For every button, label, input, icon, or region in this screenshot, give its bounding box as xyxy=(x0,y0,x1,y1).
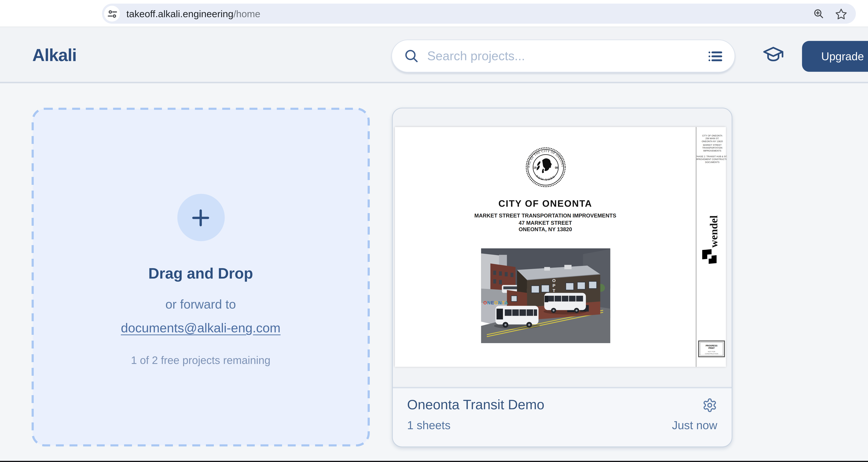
dropzone-quota: 1 of 2 free projects remaining xyxy=(131,354,271,366)
app-logo[interactable]: Alkali xyxy=(32,45,76,65)
search-icon xyxy=(404,49,419,63)
document-subtitle-line: 47 MARKET STREET xyxy=(474,219,616,226)
list-view-icon[interactable] xyxy=(708,50,722,62)
plus-icon xyxy=(190,206,212,228)
document-subtitle-line: ONEONTA, NY 13820 xyxy=(474,226,616,233)
strip-line: MARKET STREET xyxy=(703,144,721,146)
strip-line: IMPROVEMENT CONSTRUCTION xyxy=(696,158,727,160)
upgrade-button[interactable]: Upgrade xyxy=(802,41,868,72)
graduation-cap-icon[interactable] xyxy=(763,45,784,64)
card-divider xyxy=(393,387,732,388)
title-block-strip: CITY OF ONEONTA 258 MAIN ST. ONEONTA NY … xyxy=(696,127,726,367)
address-bar[interactable]: takeoff.alkali.engineering/home xyxy=(102,4,856,24)
document-title: CITY OF ONEONTA xyxy=(498,198,592,209)
dropzone-email-link[interactable]: documents@alkali-eng.com xyxy=(121,321,281,336)
project-title: Oneonta Transit Demo xyxy=(407,397,545,413)
url-text: takeoff.alkali.engineering/home xyxy=(126,8,260,19)
strip-line: TRANSPORTATION xyxy=(702,147,722,149)
settings-gear-icon[interactable] xyxy=(702,397,717,412)
dropzone-subtitle: or forward to xyxy=(165,297,236,312)
progress-print-stamp: PROGRESS PRINT NOT FOR CONSTRUCTION xyxy=(699,341,724,357)
project-search[interactable] xyxy=(391,39,735,72)
browser-bar: takeoff.alkali.engineering/home xyxy=(0,0,868,27)
app-header: Alkali Upgrade xyxy=(0,27,868,83)
strip-line: PHASE 2: TRANSIT HUB & SITE xyxy=(696,155,727,158)
main-content: Drag and Drop or forward to documents@al… xyxy=(0,83,868,462)
strip-line: ONEONTA NY 13820 xyxy=(702,140,723,143)
stamp-line: NOT FOR xyxy=(708,350,715,352)
building-sign: OPT xyxy=(552,279,556,294)
seal-arc-bottom: NEW YORK xyxy=(535,175,556,182)
document-page: SEAL OF THE CITY OF ONEONTA NEW YORK 19 … xyxy=(395,127,726,367)
stamp-line: PROGRESS xyxy=(706,344,717,347)
city-seal: SEAL OF THE CITY OF ONEONTA NEW YORK 19 … xyxy=(524,147,566,188)
seal-head-profile xyxy=(536,158,552,173)
bookmark-star-icon[interactable] xyxy=(835,7,847,20)
upload-dropzone[interactable]: Drag and Drop or forward to documents@al… xyxy=(32,107,370,446)
wendel-logo: wendel xyxy=(708,215,720,248)
search-input[interactable] xyxy=(427,49,701,63)
zoom-in-icon[interactable] xyxy=(813,8,824,19)
strip-line: CITY OF ONEONTA xyxy=(702,134,722,137)
sheets-count: 1 sheets xyxy=(407,419,451,432)
project-card[interactable]: SEAL OF THE CITY OF ONEONTA NEW YORK 19 … xyxy=(392,107,732,447)
strip-line: DOCUMENTS xyxy=(705,161,720,163)
seal-year-right: 08 xyxy=(555,166,558,169)
project-thumbnail: SEAL OF THE CITY OF ONEONTA NEW YORK 19 … xyxy=(393,109,732,387)
url-path: /home xyxy=(234,8,260,19)
plus-circle xyxy=(177,194,224,241)
svg-text:NEW YORK: NEW YORK xyxy=(535,175,556,182)
stamp-line: PRINT xyxy=(709,347,715,349)
card-footer: Oneonta Transit Demo 1 sheets Just now xyxy=(393,389,732,447)
updated-time: Just now xyxy=(672,419,717,432)
app-window: takeoff.alkali.engineering/home Alkali xyxy=(0,0,868,462)
site-settings-chip[interactable] xyxy=(104,6,120,22)
dropzone-title: Drag and Drop xyxy=(148,265,253,282)
url-host: takeoff.alkali.engineering xyxy=(126,8,234,19)
document-subtitle: MARKET STREET TRANSPORTATION IMPROVEMENT… xyxy=(474,212,616,233)
document-subtitle-line: MARKET STREET TRANSPORTATION IMPROVEMENT… xyxy=(474,212,616,219)
wendel-logo-mark xyxy=(702,249,717,264)
stamp-line: CONSTRUCTION xyxy=(705,353,718,355)
project-thumbnail-rendering: OPT ONEONTA xyxy=(481,248,610,343)
strip-line: 258 MAIN ST. xyxy=(705,137,719,140)
seal-year-left: 19 xyxy=(533,166,536,169)
tune-icon xyxy=(107,9,117,19)
strip-line: IMPROVEMENTS xyxy=(703,149,721,152)
plaza-sign: ONEONTA xyxy=(483,300,508,305)
window-bottom-edge xyxy=(0,461,868,462)
